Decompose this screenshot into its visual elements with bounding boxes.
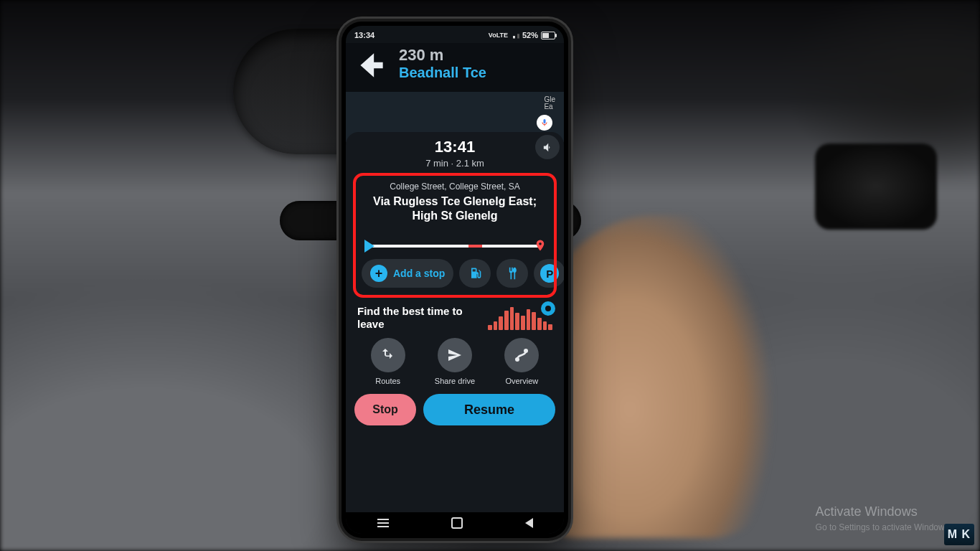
car-knob <box>815 143 937 230</box>
progress-pin-icon <box>534 237 547 253</box>
destination-subtitle: College Street, College Street, SA <box>362 182 548 192</box>
back-button[interactable] <box>525 518 533 528</box>
overview-label: Overview <box>505 377 538 385</box>
recents-button[interactable] <box>377 522 389 524</box>
sound-toggle-button[interactable] <box>535 135 560 159</box>
traffic-sparkline <box>488 306 552 330</box>
stop-button[interactable]: Stop <box>354 394 416 425</box>
watermark-title: Activate Windows <box>816 504 951 519</box>
overview-button[interactable]: Overview <box>490 338 554 385</box>
add-stop-row: + Add a stop P <box>362 259 548 288</box>
progress-start-icon <box>364 240 374 253</box>
routes-icon <box>380 347 397 364</box>
route-card[interactable]: College Street, College Street, SA Via R… <box>354 174 555 296</box>
best-time-label: Find the best time to leave <box>357 305 465 331</box>
fuel-icon <box>468 266 482 281</box>
actions-row: Routes Share drive Overview <box>354 336 555 385</box>
phone-frame: 13:34 VoLTE 52% 230 m Beadnall Tce Gle E… <box>341 22 568 538</box>
signal-icon <box>511 32 519 39</box>
traffic-eye-icon <box>541 301 555 316</box>
phone-screen: 13:34 VoLTE 52% 230 m Beadnall Tce Gle E… <box>346 26 564 534</box>
routes-button[interactable]: Routes <box>356 338 420 385</box>
fuel-button[interactable] <box>459 259 491 288</box>
status-battery: 52% <box>522 31 538 39</box>
food-button[interactable] <box>496 259 528 288</box>
overview-icon <box>513 347 530 364</box>
eta-sub: 7 min · 2.1 km <box>354 158 555 169</box>
send-icon <box>446 347 463 364</box>
route-progress <box>364 242 545 249</box>
status-time: 13:34 <box>354 31 374 39</box>
windows-watermark: Activate Windows Go to Settings to activ… <box>816 504 951 532</box>
routes-label: Routes <box>375 377 400 385</box>
home-button[interactable] <box>451 517 463 529</box>
parking-icon: P <box>540 264 559 283</box>
channel-logo: M K <box>944 524 974 545</box>
turn-banner[interactable]: 230 m Beadnall Tce <box>346 43 564 92</box>
destination-title: Via Rugless Tce Glenelg East; High St Gl… <box>362 194 548 223</box>
share-label: Share drive <box>435 377 475 385</box>
parking-button[interactable]: P <box>534 259 564 288</box>
plus-icon: + <box>370 265 387 282</box>
bottom-buttons: Stop Resume <box>354 391 555 431</box>
food-icon <box>505 266 519 281</box>
watermark-sub: Go to Settings to activate Windows. <box>816 522 951 532</box>
map-place-label: Gle Ea <box>544 96 555 110</box>
turn-road: Beadnall Tce <box>399 65 486 81</box>
turn-left-icon <box>353 47 389 83</box>
android-status-bar: 13:34 VoLTE 52% <box>346 26 564 43</box>
add-stop-button[interactable]: + Add a stop <box>362 259 453 288</box>
eta-time: 13:41 <box>354 138 555 156</box>
turn-distance: 230 m <box>399 47 486 63</box>
best-time-row[interactable]: Find the best time to leave <box>354 302 555 331</box>
eta-block[interactable]: 13:41 7 min · 2.1 km <box>354 138 555 169</box>
android-nav-bar <box>346 512 564 534</box>
share-drive-button[interactable]: Share drive <box>423 338 486 385</box>
add-stop-label: Add a stop <box>393 268 445 279</box>
bottom-sheet: 13:41 7 min · 2.1 km College Street, Col… <box>346 132 564 512</box>
voice-search-button[interactable] <box>537 115 552 131</box>
resume-button[interactable]: Resume <box>423 394 555 425</box>
battery-icon <box>541 32 555 39</box>
